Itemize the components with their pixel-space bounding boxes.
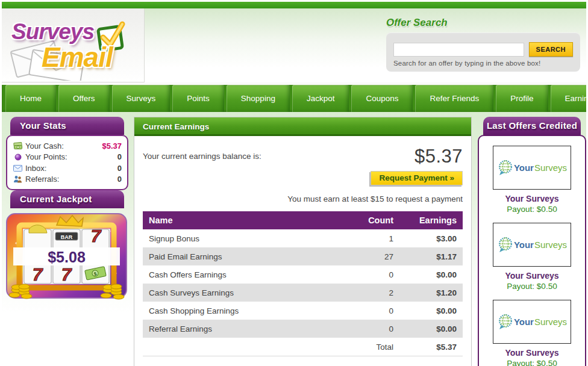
slot-bar-label: BAR — [61, 234, 73, 240]
offer-payout: Payout: $0.50 — [479, 282, 585, 291]
request-payment-button[interactable]: Request Payment » — [371, 171, 463, 185]
offer-payout: Payout: $0.50 — [479, 359, 585, 366]
yoursurveys-logo[interactable]: YourSurveys — [493, 146, 571, 190]
row-name: Paid Email Earnings — [143, 247, 330, 265]
nav-item-jackpot[interactable]: Jackpot — [292, 85, 349, 112]
stat-value-cash: $5.37 — [102, 141, 122, 150]
nav-item-offers[interactable]: Offers — [58, 85, 110, 112]
table-row: Referral Earnings 0 $0.00 — [143, 320, 463, 338]
last-offers-box: YourSurveys Your Surveys Payout: $0.50 Y… — [478, 135, 586, 366]
row-earnings: $1.17 — [399, 247, 463, 265]
right-sidebar: Last Offers Credited YourSurveys Your Su… — [478, 117, 586, 366]
minimum-payment-note: You must earn at least $15 to request a … — [143, 194, 463, 203]
svg-text:7: 7 — [61, 264, 72, 284]
stat-row-cash: Your Cash: $5.37 — [13, 140, 122, 152]
row-earnings: $3.00 — [399, 229, 463, 247]
inbox-envelope-icon — [13, 165, 23, 172]
col-header-earnings: Earnings — [399, 211, 463, 229]
nav-item-refer-friends[interactable]: Refer Friends — [415, 85, 493, 112]
row-count: 2 — [330, 284, 399, 302]
credited-offer: YourSurveys Your Surveys Payout: $0.50 — [479, 223, 585, 291]
offer-name: Your Surveys — [479, 194, 585, 203]
yoursurveys-globe-icon — [497, 160, 513, 176]
stat-label: Your Points: — [25, 152, 117, 161]
stat-row-points: Your Points: 0 — [13, 152, 122, 163]
table-row: Cash Offers Earnings 0 $0.00 — [143, 265, 463, 284]
logo-word-email: Email — [42, 41, 113, 73]
stat-value-points: 0 — [117, 152, 122, 161]
offer-search-button[interactable]: SEARCH — [529, 42, 573, 57]
page: Surveys Email Offer Search SEARCH Search… — [0, 0, 588, 366]
nav-item-profile[interactable]: Profile — [496, 85, 548, 112]
offer-search-title: Offer Search — [386, 17, 580, 29]
col-header-name: Name — [143, 211, 330, 229]
row-name: Cash Surveys Earnings — [143, 284, 330, 302]
row-count: 0 — [330, 302, 399, 320]
stat-label: Your Cash: — [25, 141, 102, 150]
offer-payout: Payout: $0.50 — [479, 205, 585, 214]
row-count: 0 — [330, 265, 399, 284]
row-earnings: $0.00 — [399, 302, 463, 320]
offer-name: Your Surveys — [479, 271, 585, 281]
main-panel: Current Earnings Your current earnings b… — [134, 117, 472, 366]
stat-row-referrals: Referrals: 0 — [13, 174, 122, 185]
stat-label: Referrals: — [25, 175, 117, 184]
yoursurveys-logo[interactable]: YourSurveys — [493, 223, 571, 267]
stat-label: Inbox: — [25, 164, 117, 173]
logo-text-your: Your — [514, 163, 534, 173]
table-row: Cash Surveys Earnings 2 $1.20 — [143, 284, 463, 302]
row-count: 1 — [330, 229, 399, 247]
offer-search-box: SEARCH Search for an offer by typing in … — [386, 33, 580, 72]
current-jackpot-header: Current Jackpot — [10, 190, 124, 208]
stat-value-referrals: 0 — [117, 175, 122, 184]
offer-search-input[interactable] — [393, 43, 524, 57]
site-logo[interactable]: Surveys Email — [2, 8, 145, 82]
table-row: Cash Shopping Earnings 0 $0.00 — [143, 302, 463, 320]
nav-item-coupons[interactable]: Coupons — [351, 85, 413, 112]
table-row: Signup Bonus 1 $3.00 — [143, 229, 463, 247]
nav-item-surveys[interactable]: Surveys — [112, 85, 170, 112]
col-header-count: Count — [330, 211, 399, 229]
row-name: Signup Bonus — [143, 229, 330, 247]
balance-amount: $5.37 — [414, 146, 463, 167]
yoursurveys-logo[interactable]: YourSurveys — [493, 300, 571, 344]
credited-offer: YourSurveys Your Surveys Payout: $0.50 — [479, 146, 585, 214]
svg-text:7: 7 — [33, 264, 43, 284]
svg-text:7: 7 — [91, 226, 102, 246]
left-sidebar: Your Stats Your Cash: $5.37 — [6, 117, 128, 303]
total-label: Total — [330, 338, 399, 356]
nav-item-home[interactable]: Home — [5, 85, 56, 112]
offer-search-panel: Offer Search SEARCH Search for an offer … — [386, 17, 580, 72]
nav-item-points[interactable]: Points — [172, 85, 224, 112]
cash-icon — [13, 142, 23, 150]
logo-text-surveys: Surveys — [534, 317, 567, 327]
referrals-people-icon — [13, 175, 23, 183]
yoursurveys-globe-icon — [497, 314, 513, 330]
your-stats-header: Your Stats — [10, 117, 124, 135]
row-earnings: $1.20 — [399, 284, 463, 302]
row-name: Referral Earnings — [143, 320, 330, 338]
main-nav: Home Offers Surveys Points Shopping Jack… — [2, 82, 586, 112]
offer-name: Your Surveys — [479, 348, 585, 358]
row-count: 27 — [330, 247, 399, 265]
earnings-table: Name Count Earnings Signup Bonus 1 $3.00 — [143, 211, 463, 356]
table-total-row: Total $5.37 — [143, 338, 463, 356]
your-stats-box: Your Cash: $5.37 Your Points: 0 — [6, 135, 128, 190]
offer-search-caption: Search for an offer by typing in the abo… — [393, 60, 573, 67]
row-earnings: $0.00 — [399, 320, 463, 338]
table-row: Paid Email Earnings 27 $1.17 — [143, 247, 463, 265]
logo-text-surveys: Surveys — [534, 240, 567, 250]
logo-text-your: Your — [514, 240, 534, 250]
stat-value-inbox: 0 — [117, 164, 122, 173]
points-icon — [13, 154, 23, 161]
top-green-bar — [2, 2, 586, 8]
row-name: Cash Shopping Earnings — [143, 302, 330, 320]
credited-offer: YourSurveys Your Surveys Payout: $0.50 — [479, 300, 585, 366]
row-earnings: $0.00 — [399, 265, 463, 284]
row-count: 0 — [330, 320, 399, 338]
logo-text-your: Your — [514, 317, 534, 327]
nav-item-earnings[interactable]: Earnings — [551, 85, 586, 112]
header: Surveys Email Offer Search SEARCH Search… — [2, 8, 586, 82]
nav-item-shopping[interactable]: Shopping — [227, 85, 290, 112]
logo-text-surveys: Surveys — [534, 163, 567, 173]
